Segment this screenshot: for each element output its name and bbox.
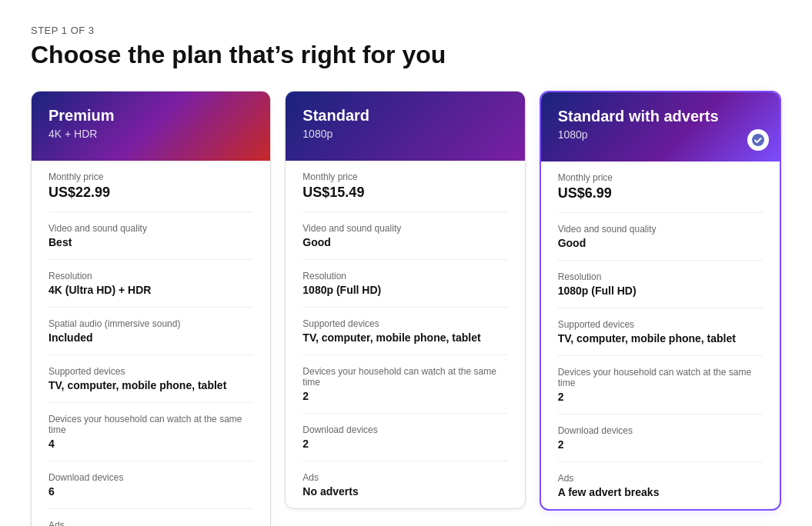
row-label-premium-3: Spatial audio (immersive sound) <box>48 318 253 329</box>
row-value-standard-6: No adverts <box>302 485 507 498</box>
plan-row-standard-adverts-2: Resolution1080p (Full HD) <box>558 261 763 308</box>
row-label-standard-1: Video and sound quality <box>302 223 507 234</box>
row-value-standard-5: 2 <box>302 438 507 450</box>
plan-header-premium: Premium4K + HDR <box>32 92 270 161</box>
plan-body-standard: Monthly priceUS$15.49Video and sound qua… <box>286 161 524 508</box>
plan-row-standard-5: Download devices2 <box>302 414 507 461</box>
step-label: STEP 1 OF 3 <box>31 25 781 36</box>
plan-subtitle-premium: 4K + HDR <box>48 128 253 140</box>
row-value-standard-adverts-2: 1080p (Full HD) <box>558 285 763 297</box>
row-label-premium-4: Supported devices <box>48 366 253 377</box>
plan-row-premium-1: Video and sound qualityBest <box>48 212 253 260</box>
row-value-premium-5: 4 <box>48 438 253 450</box>
plan-row-standard-adverts-4: Devices your household can watch at the … <box>558 356 763 414</box>
plan-subtitle-standard: 1080p <box>302 128 507 140</box>
selected-badge-icon <box>747 129 769 151</box>
row-value-standard-adverts-5: 2 <box>558 438 763 451</box>
plan-row-premium-4: Supported devicesTV, computer, mobile ph… <box>48 355 253 403</box>
plan-row-premium-2: Resolution4K (Ultra HD) + HDR <box>48 260 253 308</box>
plan-row-premium-0: Monthly priceUS$22.99 <box>48 161 253 212</box>
plan-row-standard-4: Devices your household can watch at the … <box>302 355 507 414</box>
row-value-standard-adverts-0: US$6.99 <box>558 185 763 201</box>
row-value-premium-4: TV, computer, mobile phone, tablet <box>48 379 253 391</box>
plan-card-standard[interactable]: Standard1080pMonthly priceUS$15.49Video … <box>285 91 525 509</box>
row-value-standard-4: 2 <box>302 390 507 402</box>
row-value-premium-0: US$22.99 <box>48 185 253 201</box>
row-label-premium-2: Resolution <box>48 271 253 281</box>
plan-row-standard-adverts-1: Video and sound qualityGood <box>558 213 763 261</box>
plan-card-premium[interactable]: Premium4K + HDRMonthly priceUS$22.99Vide… <box>31 91 271 526</box>
plan-row-standard-0: Monthly priceUS$15.49 <box>302 161 507 212</box>
row-label-premium-6: Download devices <box>48 472 253 483</box>
plan-row-standard-adverts-0: Monthly priceUS$6.99 <box>558 161 763 213</box>
row-label-premium-5: Devices your household can watch at the … <box>48 414 253 435</box>
row-value-premium-3: Included <box>48 331 253 344</box>
plan-row-premium-3: Spatial audio (immersive sound)Included <box>48 308 253 355</box>
row-label-standard-adverts-1: Video and sound quality <box>558 224 763 235</box>
plan-body-premium: Monthly priceUS$22.99Video and sound qua… <box>32 161 270 526</box>
row-label-standard-adverts-6: Ads <box>558 473 763 484</box>
row-label-premium-1: Video and sound quality <box>48 223 253 234</box>
plan-row-standard-adverts-6: AdsA few advert breaks <box>558 462 763 509</box>
plan-body-standard-adverts: Monthly priceUS$6.99Video and sound qual… <box>541 161 780 509</box>
plan-row-standard-adverts-3: Supported devicesTV, computer, mobile ph… <box>558 308 763 356</box>
plan-header-standard: Standard1080p <box>286 92 524 161</box>
row-value-premium-2: 4K (Ultra HD) + HDR <box>48 284 253 296</box>
row-label-standard-adverts-3: Supported devices <box>558 319 763 330</box>
row-label-premium-7: Ads <box>48 520 253 526</box>
row-label-standard-5: Download devices <box>302 424 507 435</box>
plan-row-standard-2: Resolution1080p (Full HD) <box>302 260 507 308</box>
row-value-standard-3: TV, computer, mobile phone, tablet <box>302 331 507 344</box>
plan-row-premium-5: Devices your household can watch at the … <box>48 403 253 461</box>
plan-row-standard-adverts-5: Download devices2 <box>558 414 763 462</box>
row-label-standard-0: Monthly price <box>302 171 507 182</box>
plans-container: Premium4K + HDRMonthly priceUS$22.99Vide… <box>31 91 781 526</box>
plan-row-premium-7: AdsNo adverts <box>48 509 253 526</box>
row-value-standard-0: US$15.49 <box>302 185 507 201</box>
row-label-standard-6: Ads <box>302 472 507 483</box>
row-value-premium-6: 6 <box>48 485 253 498</box>
row-value-standard-adverts-6: A few advert breaks <box>558 486 763 498</box>
svg-point-0 <box>752 134 764 146</box>
row-value-standard-2: 1080p (Full HD) <box>302 284 507 296</box>
plan-header-standard-adverts: Standard with adverts1080p <box>541 92 780 161</box>
plan-row-standard-3: Supported devicesTV, computer, mobile ph… <box>302 308 507 355</box>
plan-row-premium-6: Download devices6 <box>48 461 253 509</box>
plan-name-standard-adverts: Standard with adverts <box>558 108 763 125</box>
plan-subtitle-standard-adverts: 1080p <box>558 128 763 141</box>
row-label-standard-adverts-4: Devices your household can watch at the … <box>558 367 763 388</box>
row-label-standard-3: Supported devices <box>302 318 507 329</box>
row-label-premium-0: Monthly price <box>48 171 253 182</box>
row-value-premium-1: Best <box>48 236 253 248</box>
row-value-standard-adverts-4: 2 <box>558 391 763 403</box>
row-value-standard-adverts-1: Good <box>558 237 763 249</box>
plan-row-standard-6: AdsNo adverts <box>302 461 507 508</box>
row-label-standard-4: Devices your household can watch at the … <box>302 366 507 388</box>
plan-name-standard: Standard <box>302 107 507 125</box>
row-value-standard-1: Good <box>302 236 507 248</box>
plan-card-standard-adverts[interactable]: Standard with adverts1080p Monthly price… <box>540 91 781 511</box>
row-label-standard-adverts-5: Download devices <box>558 425 763 436</box>
plan-name-premium: Premium <box>48 107 253 125</box>
row-label-standard-adverts-0: Monthly price <box>558 172 763 183</box>
plan-row-standard-1: Video and sound qualityGood <box>302 212 507 260</box>
row-label-standard-2: Resolution <box>302 271 507 281</box>
row-value-standard-adverts-3: TV, computer, mobile phone, tablet <box>558 332 763 345</box>
row-label-standard-adverts-2: Resolution <box>558 271 763 282</box>
page-title: Choose the plan that’s right for you <box>31 41 781 69</box>
